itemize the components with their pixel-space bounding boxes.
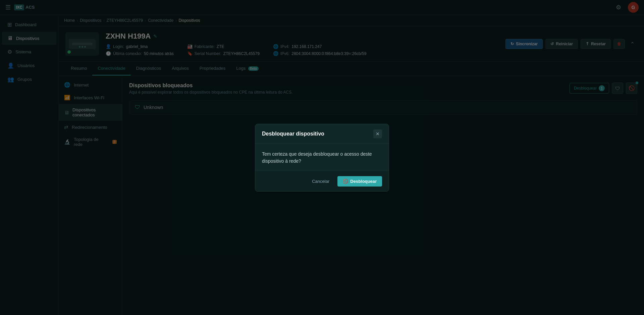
modal-cancel-button[interactable]: Cancelar	[307, 176, 334, 186]
modal-overlay[interactable]: Desbloquear dispositivo ✕ Tem certeza qu…	[0, 0, 644, 315]
modal-desbloquear: Desbloquear dispositivo ✕ Tem certeza qu…	[255, 124, 389, 192]
modal-confirm-button[interactable]: 🚫 Desbloquear	[337, 176, 382, 187]
modal-body: Tem certeza que deseja desbloquear o ace…	[255, 144, 389, 171]
modal-close-button[interactable]: ✕	[373, 129, 382, 138]
modal-header: Desbloquear dispositivo ✕	[255, 124, 389, 144]
modal-footer: Cancelar 🚫 Desbloquear	[255, 171, 389, 191]
modal-title: Desbloquear dispositivo	[262, 131, 324, 137]
modal-body-text: Tem certeza que deseja desbloquear o ace…	[262, 151, 382, 165]
unlock-icon: 🚫	[343, 179, 348, 184]
